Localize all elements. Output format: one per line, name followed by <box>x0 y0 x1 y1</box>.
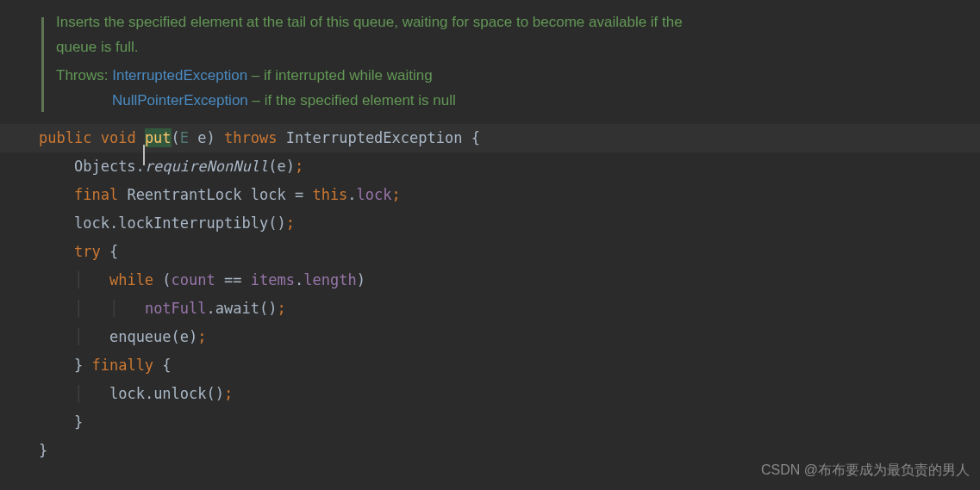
indent-guide: │ <box>74 328 83 345</box>
text-caret <box>143 145 145 165</box>
field-ref: length <box>303 271 356 288</box>
assign: = <box>295 186 303 203</box>
field-ref: items <box>251 271 295 288</box>
keyword-final: final <box>74 186 118 203</box>
code-line[interactable]: │ while (count == items.length) <box>39 266 980 295</box>
paren: ) <box>286 158 295 175</box>
exception-link[interactable]: NullPointerException <box>112 92 248 109</box>
throws-label: Throws: <box>56 67 108 84</box>
variable: lock <box>109 385 145 402</box>
operator-eq: == <box>224 271 241 288</box>
keyword-throws: throws <box>224 129 277 146</box>
paren: ( <box>172 129 180 146</box>
keyword-this: this <box>312 186 347 203</box>
field-ref: lock <box>357 186 392 203</box>
method-name: put <box>145 128 172 147</box>
variable: e <box>277 158 285 175</box>
code-line[interactable]: │ │ notFull.await(); <box>39 295 980 323</box>
code-line[interactable]: │ lock.unlock(); <box>39 380 980 408</box>
code-line[interactable]: final ReentrantLock lock = this.lock; <box>39 181 980 209</box>
exception-desc: – if the specified element is null <box>248 92 456 109</box>
indent-guide: │ <box>74 300 83 317</box>
param-name: e <box>197 129 206 146</box>
indent-guide: │ <box>74 385 83 402</box>
paren: ) <box>189 328 197 345</box>
variable: lock <box>74 214 109 232</box>
brace: } <box>39 442 47 459</box>
code-line[interactable]: } <box>39 408 980 437</box>
javadoc-block: Inserts the specified element at the tai… <box>0 0 980 124</box>
brace: } <box>74 357 83 374</box>
doc-text-line: queue is full. <box>56 35 980 60</box>
method-call: lockInterruptibly <box>118 214 268 232</box>
dot: . <box>207 300 215 317</box>
keyword-while: while <box>109 271 153 288</box>
paren: () <box>207 385 224 402</box>
method-call: unlock <box>153 385 206 402</box>
variable: lock <box>251 186 286 203</box>
doc-throws-line: Throws: InterruptedException – if interr… <box>56 64 980 89</box>
field-ref: count <box>172 271 215 288</box>
semicolon: ; <box>277 300 285 317</box>
paren: ( <box>268 158 277 175</box>
code-line[interactable]: public void put(E e) throws InterruptedE… <box>0 124 980 152</box>
keyword-finally: finally <box>91 357 153 374</box>
variable: e <box>180 328 189 345</box>
code-line[interactable]: Objects.requireNonNull(e); <box>39 152 980 181</box>
method-call: enqueue <box>109 328 172 345</box>
paren: ) <box>207 129 215 146</box>
keyword-public: public <box>39 129 91 146</box>
dot: . <box>347 186 356 203</box>
keyword-try: try <box>74 243 101 260</box>
dot: . <box>109 214 118 232</box>
method-call: await <box>215 300 259 317</box>
brace: { <box>162 357 171 374</box>
code-line[interactable]: } finally { <box>39 351 980 380</box>
param-type: E <box>180 129 189 146</box>
paren: () <box>268 214 285 232</box>
dot: . <box>295 271 303 288</box>
semicolon: ; <box>295 158 303 175</box>
keyword-void: void <box>101 129 136 146</box>
field-ref: notFull <box>145 300 207 317</box>
indent-guide: │ <box>74 271 83 288</box>
indent-guide: │ <box>109 300 118 317</box>
brace: { <box>109 243 118 260</box>
doc-throws-line: NullPointerException – if the specified … <box>56 89 980 114</box>
dot: . <box>145 385 153 402</box>
paren: ) <box>357 271 365 288</box>
static-method-call: requireNonNull <box>145 158 268 175</box>
exception-link[interactable]: InterruptedException <box>112 67 247 84</box>
doc-border <box>41 17 44 112</box>
paren: ( <box>162 271 171 288</box>
semicolon: ; <box>197 328 206 345</box>
class-ref: Objects <box>74 158 136 175</box>
doc-text-line: Inserts the specified element at the tai… <box>56 10 980 35</box>
code-editor[interactable]: public void put(E e) throws InterruptedE… <box>0 124 980 465</box>
code-line[interactable]: try { <box>39 238 980 266</box>
code-line[interactable]: │ enqueue(e); <box>39 323 980 351</box>
semicolon: ; <box>286 214 295 232</box>
semicolon: ; <box>392 186 401 203</box>
semicolon: ; <box>224 385 233 402</box>
type: ReentrantLock <box>127 186 241 203</box>
paren: ( <box>172 328 180 345</box>
brace: } <box>74 413 83 431</box>
exception-desc: – if interrupted while waiting <box>247 67 433 84</box>
brace: { <box>471 129 480 146</box>
paren: () <box>259 300 277 317</box>
code-line[interactable]: lock.lockInterruptibly(); <box>39 209 980 238</box>
watermark: CSDN @布布要成为最负责的男人 <box>761 456 970 483</box>
exception-type: InterruptedException <box>286 129 463 146</box>
